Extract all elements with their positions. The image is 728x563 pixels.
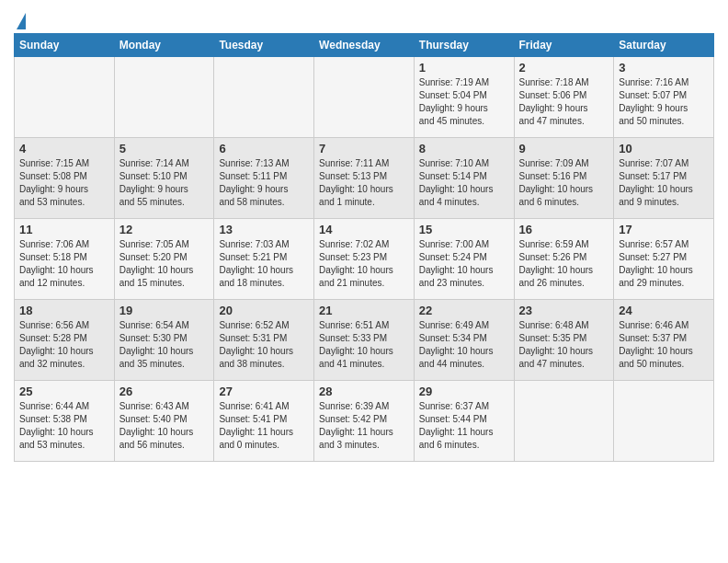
day-number: 14	[319, 223, 409, 236]
day-info: Sunrise: 6:54 AM Sunset: 5:30 PM Dayligh…	[119, 319, 210, 371]
logo-blue-text	[14, 13, 26, 29]
calendar-cell	[614, 381, 714, 462]
calendar-cell: 22Sunrise: 6:49 AM Sunset: 5:34 PM Dayli…	[414, 300, 514, 381]
calendar-cell: 8Sunrise: 7:10 AM Sunset: 5:14 PM Daylig…	[414, 138, 514, 219]
calendar-week-row: 11Sunrise: 7:06 AM Sunset: 5:18 PM Dayli…	[15, 219, 714, 300]
day-info: Sunrise: 6:51 AM Sunset: 5:33 PM Dayligh…	[319, 319, 409, 371]
day-info: Sunrise: 7:10 AM Sunset: 5:14 PM Dayligh…	[419, 157, 509, 209]
calendar-cell: 3Sunrise: 7:16 AM Sunset: 5:07 PM Daylig…	[614, 57, 714, 138]
calendar-cell: 19Sunrise: 6:54 AM Sunset: 5:30 PM Dayli…	[114, 300, 214, 381]
day-number: 9	[519, 142, 609, 155]
col-header-saturday: Saturday	[614, 34, 714, 57]
calendar-cell: 14Sunrise: 7:02 AM Sunset: 5:23 PM Dayli…	[314, 219, 415, 300]
calendar-cell: 2Sunrise: 7:18 AM Sunset: 5:06 PM Daylig…	[514, 57, 614, 138]
day-info: Sunrise: 6:44 AM Sunset: 5:38 PM Dayligh…	[19, 400, 109, 452]
day-info: Sunrise: 6:59 AM Sunset: 5:26 PM Dayligh…	[519, 238, 609, 290]
calendar-cell: 7Sunrise: 7:11 AM Sunset: 5:13 PM Daylig…	[314, 138, 415, 219]
calendar-cell: 13Sunrise: 7:03 AM Sunset: 5:21 PM Dayli…	[214, 219, 314, 300]
day-info: Sunrise: 6:37 AM Sunset: 5:44 PM Dayligh…	[419, 400, 509, 452]
calendar-cell: 5Sunrise: 7:14 AM Sunset: 5:10 PM Daylig…	[114, 138, 214, 219]
day-number: 1	[419, 61, 509, 75]
day-number: 22	[419, 304, 509, 317]
day-info: Sunrise: 6:48 AM Sunset: 5:35 PM Dayligh…	[519, 319, 609, 371]
day-info: Sunrise: 6:57 AM Sunset: 5:27 PM Dayligh…	[619, 238, 709, 290]
calendar-cell: 11Sunrise: 7:06 AM Sunset: 5:18 PM Dayli…	[15, 219, 115, 300]
calendar-cell	[214, 57, 314, 138]
day-number: 24	[619, 304, 709, 317]
calendar-header-row: SundayMondayTuesdayWednesdayThursdayFrid…	[15, 34, 714, 57]
day-info: Sunrise: 7:16 AM Sunset: 5:07 PM Dayligh…	[619, 76, 709, 128]
day-number: 6	[219, 142, 309, 155]
day-info: Sunrise: 7:13 AM Sunset: 5:11 PM Dayligh…	[219, 157, 309, 209]
calendar-cell: 16Sunrise: 6:59 AM Sunset: 5:26 PM Dayli…	[514, 219, 614, 300]
day-number: 27	[219, 385, 309, 398]
col-header-tuesday: Tuesday	[214, 34, 314, 57]
day-info: Sunrise: 7:19 AM Sunset: 5:04 PM Dayligh…	[419, 76, 509, 128]
col-header-monday: Monday	[114, 34, 214, 57]
day-info: Sunrise: 7:07 AM Sunset: 5:17 PM Dayligh…	[619, 157, 709, 209]
day-number: 16	[519, 223, 609, 236]
col-header-thursday: Thursday	[414, 34, 514, 57]
day-info: Sunrise: 6:41 AM Sunset: 5:41 PM Dayligh…	[219, 400, 309, 452]
calendar-cell	[15, 57, 115, 138]
day-info: Sunrise: 7:00 AM Sunset: 5:24 PM Dayligh…	[419, 238, 509, 290]
day-info: Sunrise: 6:39 AM Sunset: 5:42 PM Dayligh…	[319, 400, 409, 452]
day-number: 15	[419, 223, 509, 236]
day-number: 11	[19, 223, 109, 236]
day-number: 28	[319, 385, 409, 398]
day-info: Sunrise: 7:03 AM Sunset: 5:21 PM Dayligh…	[219, 238, 309, 290]
calendar-cell: 21Sunrise: 6:51 AM Sunset: 5:33 PM Dayli…	[314, 300, 415, 381]
day-info: Sunrise: 7:05 AM Sunset: 5:20 PM Dayligh…	[119, 238, 210, 290]
calendar-cell: 28Sunrise: 6:39 AM Sunset: 5:42 PM Dayli…	[314, 381, 415, 462]
day-number: 23	[519, 304, 609, 317]
calendar-cell: 12Sunrise: 7:05 AM Sunset: 5:20 PM Dayli…	[114, 219, 214, 300]
day-number: 29	[419, 385, 509, 398]
calendar-cell: 15Sunrise: 7:00 AM Sunset: 5:24 PM Dayli…	[414, 219, 514, 300]
calendar-cell	[514, 381, 614, 462]
calendar-cell: 23Sunrise: 6:48 AM Sunset: 5:35 PM Dayli…	[514, 300, 614, 381]
day-info: Sunrise: 6:52 AM Sunset: 5:31 PM Dayligh…	[219, 319, 309, 371]
calendar-cell: 10Sunrise: 7:07 AM Sunset: 5:17 PM Dayli…	[614, 138, 714, 219]
calendar-cell: 27Sunrise: 6:41 AM Sunset: 5:41 PM Dayli…	[214, 381, 314, 462]
calendar-week-row: 18Sunrise: 6:56 AM Sunset: 5:28 PM Dayli…	[15, 300, 714, 381]
day-number: 8	[419, 142, 509, 155]
day-number: 17	[619, 223, 709, 236]
logo	[14, 13, 26, 29]
day-number: 12	[119, 223, 210, 236]
day-info: Sunrise: 7:09 AM Sunset: 5:16 PM Dayligh…	[519, 157, 609, 209]
calendar-week-row: 4Sunrise: 7:15 AM Sunset: 5:08 PM Daylig…	[15, 138, 714, 219]
day-number: 21	[319, 304, 409, 317]
col-header-wednesday: Wednesday	[314, 34, 415, 57]
day-number: 13	[219, 223, 309, 236]
calendar-cell: 4Sunrise: 7:15 AM Sunset: 5:08 PM Daylig…	[15, 138, 115, 219]
day-number: 26	[119, 385, 210, 398]
calendar-table: SundayMondayTuesdayWednesdayThursdayFrid…	[14, 33, 714, 462]
day-info: Sunrise: 7:18 AM Sunset: 5:06 PM Dayligh…	[519, 76, 609, 128]
day-info: Sunrise: 6:46 AM Sunset: 5:37 PM Dayligh…	[619, 319, 709, 371]
day-info: Sunrise: 7:06 AM Sunset: 5:18 PM Dayligh…	[19, 238, 109, 290]
col-header-sunday: Sunday	[15, 34, 115, 57]
calendar-week-row: 25Sunrise: 6:44 AM Sunset: 5:38 PM Dayli…	[15, 381, 714, 462]
calendar-cell: 26Sunrise: 6:43 AM Sunset: 5:40 PM Dayli…	[114, 381, 214, 462]
calendar-cell: 9Sunrise: 7:09 AM Sunset: 5:16 PM Daylig…	[514, 138, 614, 219]
day-number: 7	[319, 142, 409, 155]
calendar-cell	[114, 57, 214, 138]
calendar-cell	[314, 57, 415, 138]
day-info: Sunrise: 7:15 AM Sunset: 5:08 PM Dayligh…	[19, 157, 109, 209]
day-number: 19	[119, 304, 210, 317]
calendar-cell: 1Sunrise: 7:19 AM Sunset: 5:04 PM Daylig…	[414, 57, 514, 138]
calendar-cell: 17Sunrise: 6:57 AM Sunset: 5:27 PM Dayli…	[614, 219, 714, 300]
page-header	[14, 9, 714, 29]
day-number: 2	[519, 61, 609, 75]
calendar-cell: 29Sunrise: 6:37 AM Sunset: 5:44 PM Dayli…	[414, 381, 514, 462]
day-info: Sunrise: 7:02 AM Sunset: 5:23 PM Dayligh…	[319, 238, 409, 290]
calendar-cell: 25Sunrise: 6:44 AM Sunset: 5:38 PM Dayli…	[15, 381, 115, 462]
day-number: 25	[19, 385, 109, 398]
col-header-friday: Friday	[514, 34, 614, 57]
day-info: Sunrise: 7:14 AM Sunset: 5:10 PM Dayligh…	[119, 157, 210, 209]
calendar-cell: 24Sunrise: 6:46 AM Sunset: 5:37 PM Dayli…	[614, 300, 714, 381]
day-info: Sunrise: 6:43 AM Sunset: 5:40 PM Dayligh…	[119, 400, 210, 452]
day-number: 18	[19, 304, 109, 317]
day-number: 5	[119, 142, 210, 155]
day-number: 3	[619, 61, 709, 75]
